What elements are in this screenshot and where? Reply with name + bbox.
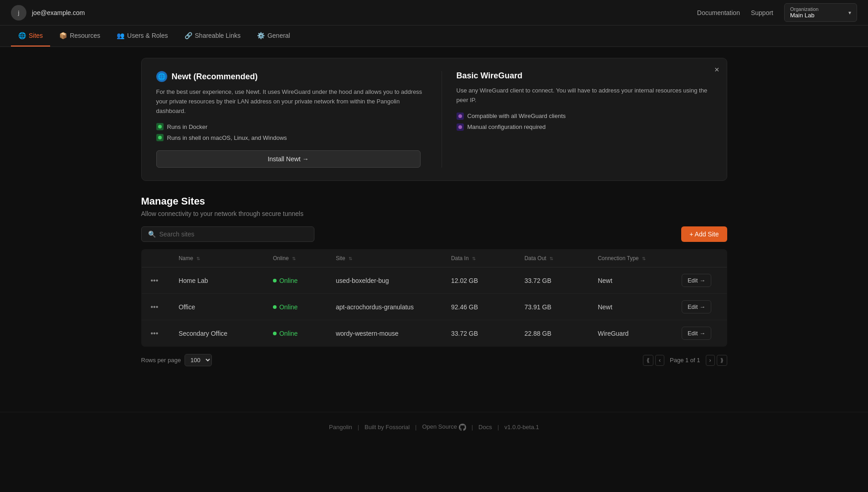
wg-dot-2 (457, 123, 464, 131)
sort-data-out-icon[interactable]: ⇅ (550, 256, 553, 261)
chevron-down-icon: ▾ (848, 10, 851, 16)
nav-tabs: 🌐 Sites 📦 Resources 👥 Users & Roles 🔗 Sh… (0, 26, 868, 47)
install-newt-button[interactable]: Install Newt → (156, 150, 421, 168)
tab-general[interactable]: ⚙️ General (250, 26, 298, 46)
github-icon (459, 424, 466, 431)
pagination-row: Rows per page 100 50 25 10 ⟪ ‹ Page 1 of… (141, 347, 727, 374)
search-input[interactable] (159, 231, 308, 238)
header-right: Documentation Support Organization Main … (697, 3, 857, 22)
org-selector[interactable]: Organization Main Lab ▾ (784, 3, 857, 22)
edit-button[interactable]: Edit → (682, 274, 711, 287)
org-label: Organization (790, 6, 818, 12)
feature-shell: Runs in shell on macOS, Linux, and Windo… (156, 134, 427, 141)
user-email: joe@example.com (32, 9, 85, 16)
documentation-link[interactable]: Documentation (697, 9, 740, 16)
th-connection-type: Connection Type ⇅ (591, 250, 674, 267)
row-actions-button[interactable]: ••• (149, 275, 160, 287)
manage-sites-title: Manage Sites (141, 195, 727, 207)
sort-data-in-icon[interactable]: ⇅ (472, 256, 476, 261)
first-page-button[interactable]: ⟪ (643, 355, 653, 366)
row-data-out: 22.88 GB (517, 320, 591, 347)
sort-name-icon[interactable]: ⇅ (196, 256, 200, 261)
row-actions-cell: ••• (141, 294, 171, 320)
wireguard-title: Basic WireGuard (457, 71, 712, 81)
row-edit-cell: Edit → (674, 294, 727, 320)
add-site-button[interactable]: + Add Site (681, 226, 727, 242)
tab-users-roles[interactable]: 👥 Users & Roles (109, 26, 175, 46)
sites-table: Name ⇅ Online ⇅ Site ⇅ Data In ⇅ Data Ou… (141, 249, 727, 347)
row-online: Online (266, 294, 329, 320)
row-data-in: 33.72 GB (444, 320, 517, 347)
feature-docker: Runs in Docker (156, 123, 427, 130)
pagination-controls: ⟪ ‹ Page 1 of 1 › ⟫ (643, 355, 727, 366)
table-row: ••• Home Lab Online used-boxelder-bug 12… (141, 267, 727, 294)
edit-button[interactable]: Edit → (682, 327, 711, 340)
row-name: Office (171, 294, 266, 320)
row-data-out: 33.72 GB (517, 267, 591, 294)
tab-links-label: Shareable Links (195, 32, 241, 39)
prev-page-button[interactable]: ‹ (655, 355, 664, 366)
rows-per-page: Rows per page 100 50 25 10 (141, 354, 212, 366)
row-connection-type: Newt (591, 294, 674, 320)
sort-online-icon[interactable]: ⇅ (292, 256, 296, 261)
org-name: Main Lab (790, 12, 818, 19)
sort-conn-icon[interactable]: ⇅ (642, 256, 646, 261)
next-page-button[interactable]: › (706, 355, 715, 366)
tab-resources[interactable]: 📦 Resources (52, 26, 108, 46)
wireguard-section: Basic WireGuard Use any WireGuard client… (442, 71, 712, 168)
th-name: Name ⇅ (171, 250, 266, 267)
tab-resources-label: Resources (70, 32, 100, 39)
footer-docs[interactable]: Docs (478, 424, 492, 430)
th-online: Online ⇅ (266, 250, 329, 267)
th-edit (674, 250, 727, 267)
tab-users-label: Users & Roles (127, 32, 168, 39)
main-content: × 🌐 Newt (Recommended) For the best user… (127, 47, 742, 384)
row-data-in: 12.02 GB (444, 267, 517, 294)
wireguard-description: Use any WireGuard client to connect. You… (457, 86, 712, 105)
footer: Pangolin | Built by Fossorial | Open Sou… (0, 412, 868, 442)
last-page-button[interactable]: ⟫ (717, 355, 727, 366)
online-dot (273, 332, 277, 335)
edit-button[interactable]: Edit → (682, 300, 711, 313)
row-actions-button[interactable]: ••• (149, 328, 160, 339)
newt-icon: 🌐 (156, 71, 167, 82)
sort-site-icon[interactable]: ⇅ (349, 256, 352, 261)
footer-open-source[interactable]: Open Source (422, 423, 466, 431)
online-dot (273, 279, 277, 282)
gear-icon: ⚙️ (257, 32, 265, 39)
row-actions-cell: ••• (141, 267, 171, 294)
row-online: Online (266, 320, 329, 347)
wg-dot-1 (457, 113, 464, 120)
footer-pangolin[interactable]: Pangolin (329, 424, 352, 430)
sites-table-body: ••• Home Lab Online used-boxelder-bug 12… (141, 267, 727, 347)
row-name: Secondary Office (171, 320, 266, 347)
tab-sites[interactable]: 🌐 Sites (11, 26, 50, 46)
newt-section: 🌐 Newt (Recommended) For the best user e… (156, 71, 427, 168)
status-online: Online (273, 303, 321, 311)
link-icon: 🔗 (185, 32, 192, 39)
shell-dot (156, 134, 164, 141)
sites-icon: 🌐 (18, 32, 26, 39)
row-actions-button[interactable]: ••• (149, 301, 160, 313)
row-edit-cell: Edit → (674, 320, 727, 347)
tab-shareable-links[interactable]: 🔗 Shareable Links (177, 26, 248, 46)
wg-feature-manual: Manual configuration required (457, 123, 712, 131)
footer-built-by[interactable]: Built by Fossorial (365, 424, 410, 430)
wg-feature-compatible: Compatible with all WireGuard clients (457, 113, 712, 120)
rows-per-page-select[interactable]: 100 50 25 10 (185, 354, 212, 366)
row-online: Online (266, 267, 329, 294)
online-dot (273, 305, 277, 309)
row-site: apt-acrochordus-granulatus (329, 294, 444, 320)
close-button[interactable]: × (714, 66, 719, 74)
header-left: j joe@example.com (11, 5, 85, 20)
th-site: Site ⇅ (329, 250, 444, 267)
support-link[interactable]: Support (751, 9, 773, 16)
sites-toolbar: 🔍 + Add Site (141, 226, 727, 242)
search-icon: 🔍 (148, 231, 156, 238)
table-row: ••• Office Online apt-acrochordus-granul… (141, 294, 727, 320)
table-header-row: Name ⇅ Online ⇅ Site ⇅ Data In ⇅ Data Ou… (141, 250, 727, 267)
newt-title: 🌐 Newt (Recommended) (156, 71, 427, 82)
row-connection-type: Newt (591, 267, 674, 294)
avatar: j (11, 5, 26, 20)
wireguard-features: Compatible with all WireGuard clients Ma… (457, 113, 712, 131)
